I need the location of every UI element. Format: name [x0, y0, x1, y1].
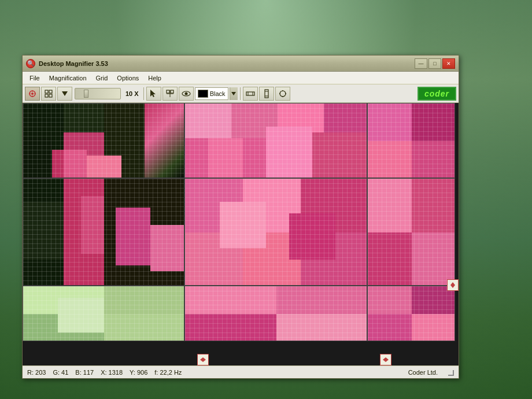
menu-file[interactable]: File [25, 73, 45, 83]
zoom-handle[interactable] [84, 90, 88, 98]
status-company: Coder Ltd. [408, 369, 438, 376]
svg-rect-36 [64, 150, 87, 178]
coder-label: coder [424, 89, 449, 98]
panel-1-content [23, 104, 184, 178]
svg-point-17 [184, 92, 187, 95]
svg-rect-69 [289, 213, 335, 260]
crosshair-tool-button[interactable] [162, 87, 178, 101]
image-panel-5 [184, 178, 367, 286]
scroll-v-icon-1 [449, 282, 456, 289]
settings-button[interactable] [275, 87, 290, 101]
resize-h-icon [246, 90, 255, 97]
zoom-slider[interactable] [75, 88, 121, 99]
scroll-bottom-left-button[interactable] [197, 354, 209, 365]
image-panel-3 [367, 103, 455, 178]
svg-rect-72 [368, 179, 412, 232]
panel-4-content [23, 179, 184, 285]
status-freq: f: 22,2 Hz [154, 369, 182, 376]
eye-tool-button[interactable] [179, 87, 194, 101]
svg-rect-12 [167, 90, 169, 93]
panel-2-content [185, 104, 367, 178]
resize-v-button[interactable] [259, 87, 274, 101]
status-b: B: 117 [75, 369, 94, 376]
svg-rect-81 [58, 298, 104, 332]
titlebar-buttons: — □ ✕ [415, 58, 455, 69]
svg-rect-37 [87, 156, 121, 178]
titlebar: 🔍 Desktop Magnifier 3.53 — □ ✕ [23, 56, 459, 72]
scroll-h-icon-2 [382, 356, 389, 363]
color-dropdown-arrow[interactable] [230, 87, 238, 100]
separator-1 [143, 87, 144, 100]
svg-marker-18 [231, 92, 236, 95]
svg-rect-84 [276, 286, 367, 314]
coder-logo: coder [418, 87, 456, 101]
svg-rect-39 [52, 150, 64, 178]
color-selector[interactable]: Black [195, 87, 228, 100]
status-y: Y: 906 [130, 369, 147, 376]
image-grid [23, 103, 459, 365]
scroll-h-icon-1 [200, 356, 206, 363]
app-icon: 🔍 [26, 59, 35, 68]
status-r: R: 203 [27, 369, 46, 376]
close-button[interactable]: ✕ [442, 58, 455, 69]
target-button[interactable] [25, 87, 40, 101]
image-panel-6 [367, 178, 455, 286]
resize-handle[interactable] [447, 369, 454, 376]
scroll-bottom-mid-button[interactable] [380, 354, 391, 365]
svg-rect-7 [49, 90, 52, 93]
svg-rect-50 [368, 104, 412, 141]
svg-rect-85 [185, 314, 276, 341]
svg-rect-46 [208, 138, 243, 178]
menu-options[interactable]: Options [112, 73, 143, 83]
menu-grid[interactable]: Grid [91, 73, 113, 83]
image-panel-8 [184, 286, 367, 341]
maximize-button[interactable]: □ [428, 58, 441, 69]
crosshair-icon [166, 90, 174, 98]
dropdown-button[interactable] [57, 87, 72, 101]
target-icon [28, 90, 36, 98]
arrow-tool-button[interactable] [146, 87, 161, 101]
svg-rect-55 [23, 202, 64, 260]
svg-rect-53 [412, 141, 455, 178]
desktop: 🔍 Desktop Magnifier 3.53 — □ ✕ File Magn… [0, 0, 532, 399]
svg-point-1 [31, 93, 34, 95]
svg-rect-80 [104, 314, 184, 341]
panel-3-content [368, 104, 455, 178]
svg-rect-19 [246, 92, 254, 95]
svg-rect-91 [412, 314, 455, 341]
svg-rect-88 [368, 286, 412, 314]
grid-button[interactable] [41, 87, 56, 101]
minimize-button[interactable]: — [415, 58, 427, 69]
svg-point-25 [280, 91, 286, 97]
separator-2 [240, 87, 241, 100]
status-x: X: 1318 [101, 369, 123, 376]
menu-magnification[interactable]: Magnification [45, 73, 91, 83]
eye-icon [182, 90, 191, 97]
svg-rect-78 [104, 286, 184, 314]
image-panel-2 [184, 103, 367, 178]
svg-rect-75 [412, 232, 455, 285]
svg-rect-90 [368, 314, 412, 341]
arrow-down-icon [231, 92, 236, 95]
svg-rect-86 [276, 314, 367, 341]
svg-rect-74 [368, 232, 412, 285]
color-label: Black [210, 90, 226, 97]
svg-rect-73 [412, 179, 455, 232]
svg-rect-83 [185, 286, 276, 314]
svg-rect-60 [150, 225, 184, 271]
chevron-down-icon [62, 91, 68, 96]
zoom-level: 10 X [125, 90, 139, 97]
resize-h-button[interactable] [243, 87, 258, 101]
svg-rect-33 [64, 104, 104, 132]
svg-rect-51 [412, 104, 455, 141]
image-panel-4 [23, 178, 184, 286]
panel-9-content [368, 286, 455, 341]
image-panel-1 [23, 103, 184, 178]
status-g: G: 41 [53, 369, 68, 376]
svg-rect-52 [368, 141, 412, 178]
scroll-right-top-button[interactable] [447, 279, 459, 291]
panel-5-content [185, 179, 367, 285]
menu-help[interactable]: Help [143, 73, 166, 83]
application-window: 🔍 Desktop Magnifier 3.53 — □ ✕ File Magn… [22, 55, 459, 379]
svg-rect-59 [116, 208, 150, 265]
